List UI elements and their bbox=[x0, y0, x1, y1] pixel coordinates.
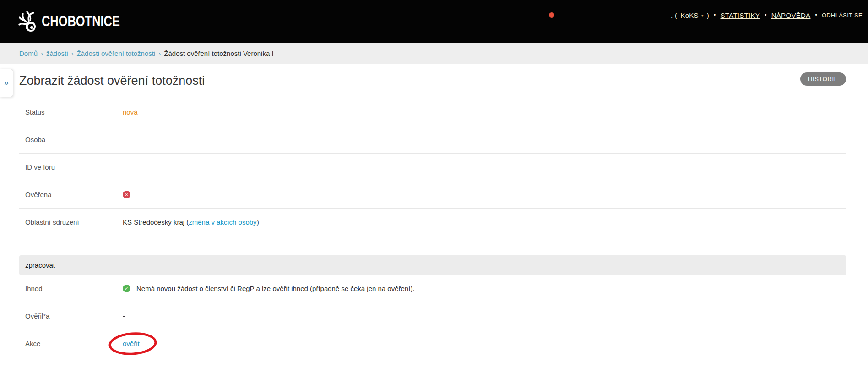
breadcrumb-current: Žádost ověření totožnosti Veronika I bbox=[164, 49, 273, 57]
ihned-text: Nemá novou žádost o členství či RegP a l… bbox=[136, 285, 415, 292]
brand-name: CHOBOTNICE bbox=[42, 13, 120, 30]
menu-item-odhlasit[interactable]: ODHLÁSIT SE bbox=[822, 12, 863, 19]
change-region-link[interactable]: změna v akcích osoby bbox=[189, 218, 256, 226]
row-label: Osoba bbox=[25, 136, 123, 143]
page-title: Zobrazit žádost ověření totožnosti bbox=[19, 74, 205, 88]
table-row-status: Status nová bbox=[19, 99, 846, 126]
menu-item-napoveda[interactable]: NÁPOVĚDA bbox=[771, 11, 811, 19]
table-row-akce: Akce ověřit bbox=[19, 330, 846, 357]
table-row-osoba: Osoba bbox=[19, 126, 846, 154]
menu-bullet-icon: • bbox=[815, 12, 817, 18]
row-label: Akce bbox=[25, 340, 123, 347]
region-value: KS Středočeský kraj ( bbox=[123, 218, 189, 226]
menu-bullet-icon: • bbox=[765, 12, 767, 18]
row-label: ID ve fóru bbox=[25, 163, 123, 171]
table-row-id-ve-foru: ID ve fóru bbox=[19, 154, 846, 181]
detail-table: Status nová Osoba ID ve fóru Ověřena ✕ O… bbox=[19, 99, 846, 357]
row-label: Oblastní sdružení bbox=[25, 218, 123, 226]
row-value: ✕ bbox=[123, 191, 130, 198]
sidebar-expand-toggle[interactable]: » bbox=[0, 69, 13, 97]
table-row-ihned: Ihned ✓ Nemá novou žádost o členství či … bbox=[19, 275, 846, 302]
header-menu: . ( KoKS ▾ ) • STATISTIKY • NÁPOVĚDA • O… bbox=[671, 9, 863, 21]
menu-bullet-icon: • bbox=[714, 12, 716, 18]
verify-link[interactable]: ověřit bbox=[123, 340, 140, 347]
table-row-overil-a: Ověřil*a - bbox=[19, 302, 846, 330]
region-value-suffix: ) bbox=[257, 218, 259, 226]
cross-circle-icon: ✕ bbox=[123, 191, 130, 198]
breadcrumb-separator: › bbox=[158, 49, 161, 57]
user-status-dot-icon bbox=[549, 12, 554, 18]
breadcrumb-separator: › bbox=[41, 49, 43, 57]
menu-item-statistiky[interactable]: STATISTIKY bbox=[721, 11, 760, 19]
breadcrumb-link-zadosti-overeni[interactable]: Žádosti ověření totožnosti bbox=[77, 49, 156, 57]
breadcrumb-separator: › bbox=[71, 49, 74, 57]
table-row-oblastni-sdruzeni: Oblastní sdružení KS Středočeský kraj (z… bbox=[19, 209, 846, 236]
row-label: Ověřil*a bbox=[25, 312, 123, 320]
row-value: KS Středočeský kraj (změna v akcích osob… bbox=[123, 218, 259, 226]
row-value: ověřit bbox=[123, 340, 140, 347]
top-header: CHOBOTNICE . ( KoKS ▾ ) • STATISTIKY • N… bbox=[0, 0, 868, 43]
octopus-logo-icon bbox=[18, 10, 38, 33]
row-value: ✓ Nemá novou žádost o členství či RegP a… bbox=[123, 285, 415, 292]
row-label: Ihned bbox=[25, 285, 123, 292]
table-row-overena: Ověřena ✕ bbox=[19, 181, 846, 209]
org-dropdown[interactable]: KoKS ▾ bbox=[680, 11, 703, 19]
breadcrumb-link-zadosti[interactable]: žádosti bbox=[46, 49, 68, 57]
paren-close: ) bbox=[707, 11, 709, 19]
history-button[interactable]: HISTORIE bbox=[800, 72, 846, 86]
row-label: Ověřena bbox=[25, 191, 123, 198]
section-header-zpracovat: zpracovat bbox=[19, 255, 846, 275]
chevron-down-icon: ▾ bbox=[701, 13, 704, 18]
chevrons-right-icon: » bbox=[4, 78, 8, 88]
user-name-remnant: . ( bbox=[671, 11, 677, 19]
breadcrumb-link-domu[interactable]: Domů bbox=[19, 49, 38, 57]
brand-logo[interactable]: CHOBOTNICE bbox=[18, 0, 137, 43]
breadcrumb: Domů › žádosti › Žádosti ověření totožno… bbox=[0, 43, 868, 64]
status-badge: nová bbox=[123, 108, 138, 116]
check-circle-icon: ✓ bbox=[123, 285, 130, 292]
row-label: Status bbox=[25, 108, 123, 116]
row-value: - bbox=[123, 312, 125, 320]
org-label: KoKS bbox=[680, 11, 699, 19]
